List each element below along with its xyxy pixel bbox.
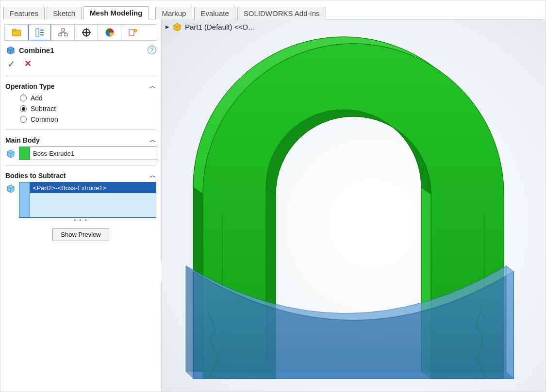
body-icon — [5, 149, 16, 158]
bodies-selected-item[interactable]: <Part2>-<Boss-Extrude1> — [30, 182, 156, 193]
svg-rect-7 — [59, 33, 62, 36]
main-body-swatch — [19, 147, 30, 160]
panel-tab-unknown[interactable] — [121, 25, 145, 40]
tab-features[interactable]: Features — [3, 7, 45, 19]
radio-subtract[interactable]: Subtract — [20, 103, 148, 114]
operation-type-options: Add Subtract Common — [0, 92, 161, 128]
main-body-selection-box[interactable]: Boss-Extrude1 — [19, 147, 156, 160]
operation-type-label: Operation Type — [5, 82, 55, 90]
breadcrumb-text[interactable]: Part1 (Default) <<D… — [185, 23, 255, 31]
svg-rect-8 — [65, 33, 67, 36]
tab-evaluate[interactable]: Evaluate — [194, 7, 235, 19]
svg-point-12 — [85, 32, 87, 34]
chevron-up-icon[interactable]: ︿ — [149, 136, 156, 145]
show-preview-button[interactable]: Show Preview — [52, 228, 109, 241]
ok-button[interactable]: ✓ — [7, 58, 16, 70]
panel-tab-feature-manager[interactable] — [5, 25, 28, 40]
feature-name: Combine1 — [19, 46, 54, 54]
bodies-swatch — [19, 182, 30, 217]
help-icon[interactable]: ? — [148, 46, 156, 54]
bodies-to-subtract-row: <Part2>-<Boss-Extrude1> — [0, 181, 161, 218]
radio-icon — [20, 116, 27, 123]
operation-type-header[interactable]: Operation Type ︿ — [0, 78, 161, 92]
tab-markup[interactable]: Markup — [155, 7, 192, 19]
panel-tab-display-manager[interactable] — [98, 25, 121, 40]
graphics-viewport[interactable]: ▸ Part1 (Default) <<D… — [162, 19, 546, 392]
bodies-to-subtract-listbox[interactable]: <Part2>-<Boss-Extrude1> — [19, 182, 156, 218]
confirm-bar: ✓ ✕ — [0, 55, 161, 74]
main-body-value: Boss-Extrude1 — [30, 147, 156, 160]
panel-tab-iconbar — [4, 24, 157, 41]
cancel-button[interactable]: ✕ — [24, 58, 32, 70]
separator — [5, 165, 156, 165]
combine-icon — [5, 46, 16, 54]
svg-rect-2 — [36, 29, 39, 36]
chevron-up-icon[interactable]: ︿ — [149, 171, 156, 180]
body-icon — [5, 184, 16, 193]
radio-add[interactable]: Add — [20, 93, 148, 103]
tab-mesh-modeling[interactable]: Mesh Modeling — [83, 6, 149, 19]
tab-solidworks-addins[interactable]: SOLIDWORKS Add-Ins — [237, 7, 326, 19]
main-body-label: Main Body — [5, 136, 40, 144]
chevron-up-icon[interactable]: ︿ — [149, 82, 156, 91]
property-manager-panel: Combine1 ? ✓ ✕ Operation Type ︿ Add Sub — [0, 19, 162, 392]
model-preview — [162, 19, 546, 392]
separator — [5, 76, 156, 76]
separator — [5, 130, 156, 130]
breadcrumb: ▸ Part1 (Default) <<D… — [165, 22, 255, 31]
radio-label: Subtract — [31, 105, 56, 113]
radio-common[interactable]: Common — [20, 114, 148, 125]
svg-point-15 — [134, 29, 137, 32]
svg-rect-1 — [12, 29, 16, 31]
bodies-to-subtract-header[interactable]: Bodies to Subtract ︿ — [0, 167, 161, 181]
bodies-to-subtract-label: Bodies to Subtract — [5, 172, 66, 180]
main-body-row: Boss-Extrude1 — [0, 146, 161, 163]
resize-grip-icon[interactable]: ● ● ● — [0, 218, 161, 222]
panel-tab-dimxpert[interactable] — [75, 25, 98, 40]
svg-rect-14 — [129, 30, 134, 35]
panel-tab-configuration-manager[interactable] — [51, 25, 75, 40]
tab-sketch[interactable]: Sketch — [47, 7, 82, 19]
radio-label: Add — [31, 94, 43, 102]
svg-rect-6 — [62, 29, 65, 31]
feature-title-row: Combine1 ? — [0, 44, 161, 55]
radio-icon — [20, 95, 27, 101]
main-body-header[interactable]: Main Body ︿ — [0, 132, 161, 146]
panel-tab-property-manager[interactable] — [28, 25, 51, 40]
breadcrumb-expand-icon[interactable]: ▸ — [165, 22, 169, 31]
radio-label: Common — [31, 115, 58, 123]
radio-icon — [20, 105, 27, 112]
part-icon — [172, 22, 182, 31]
command-manager-tabs: Features Sketch Mesh Modeling Markup Eva… — [0, 0, 546, 19]
